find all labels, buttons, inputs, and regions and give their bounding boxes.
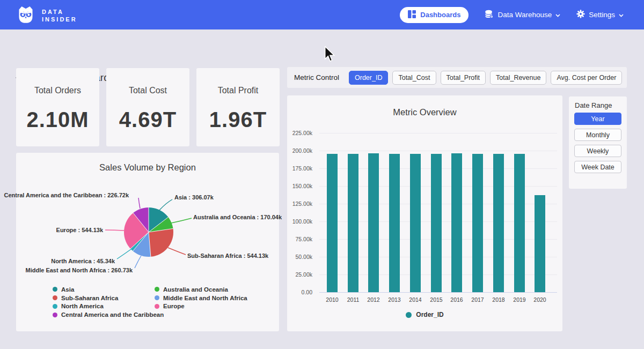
date-range-option-monthly[interactable]: Monthly: [574, 129, 621, 141]
sales-dashboard-page: DATA INSIDER Dashboards: [0, 0, 644, 349]
bar-2016[interactable]: [451, 153, 462, 292]
pie-label-europe: Europe : 544.13k: [56, 227, 103, 233]
pie-legend-item-asia[interactable]: Asia: [53, 285, 164, 294]
metric-option-total-revenue[interactable]: Total_Revenue: [490, 71, 546, 85]
kpi-label: Total Cost: [106, 86, 189, 95]
metric-control-label: Metric Control: [294, 73, 339, 81]
pie-chart[interactable]: [124, 207, 173, 257]
y-axis-tick: 225.00k: [287, 130, 312, 136]
bar-2018[interactable]: [493, 154, 504, 292]
bar-2012[interactable]: [368, 153, 379, 292]
nav-menu: Dashboards Data Warehouse: [400, 0, 624, 29]
metric-option-avg-cost-per-order[interactable]: Avg. Cost per Order: [551, 71, 622, 85]
y-axis-tick: 75.00k: [287, 236, 312, 242]
legend-dot: [53, 295, 57, 300]
metric-control-strip: Metric Control Order_IDTotal_CostTotal_P…: [287, 67, 627, 88]
bar-2014[interactable]: [410, 154, 421, 292]
metric-control-options: Order_IDTotal_CostTotal_ProfitTotal_Reve…: [349, 71, 622, 85]
x-axis-tick: 2011: [342, 296, 364, 303]
bar-2011[interactable]: [348, 154, 358, 292]
date-range-option-weekly[interactable]: Weekly: [574, 145, 621, 157]
x-axis-tick: 2016: [446, 296, 467, 303]
pie-legend-item-north-america[interactable]: North America: [53, 302, 164, 311]
legend-text: North America: [61, 303, 104, 309]
bar-chart-card: Metric Overview 225.00k200.00k175.00k150…: [287, 95, 562, 331]
kpi-label: Total Orders: [16, 86, 99, 95]
bar-2015[interactable]: [431, 154, 442, 292]
legend-text: Australia and Oceania: [163, 286, 228, 293]
metric-option-total-profit[interactable]: Total_Profit: [441, 71, 486, 85]
pie-legend-column-1: AsiaSub-Saharan AfricaNorth AmericaCentr…: [53, 285, 164, 319]
metric-option-order-id[interactable]: Order_ID: [349, 71, 388, 85]
kpi-card: Total Cost4.69T: [106, 68, 189, 146]
pie-label-sub-saharan-africa: Sub-Saharan Africa : 544.13k: [187, 253, 268, 259]
y-axis-tick: 100.00k: [287, 218, 312, 225]
x-axis-tick: 2019: [509, 296, 530, 303]
pie-label-middle-east-and-north-africa: Middle East and North Africa : 260.73k: [26, 267, 133, 273]
metric-option-total-cost[interactable]: Total_Cost: [392, 71, 436, 85]
pie-legend-item-sub-saharan-africa[interactable]: Sub-Saharan Africa: [53, 294, 164, 302]
settings-menu[interactable]: Settings: [576, 10, 624, 20]
legend-dot: [406, 312, 412, 318]
y-axis-tick: 125.00k: [287, 201, 312, 207]
date-range-option-week-date[interactable]: Week Date: [574, 161, 621, 173]
date-range-options: YearMonthlyWeeklyWeek Date: [574, 113, 621, 173]
chevron-down-icon: [555, 11, 560, 19]
database-icon: [485, 10, 494, 20]
y-axis-tick: 175.00k: [287, 165, 312, 172]
legend-text: Sub-Saharan Africa: [61, 295, 118, 301]
y-axis-tick: 50.00k: [287, 254, 312, 260]
kpi-value: 2.10M: [16, 108, 99, 132]
x-axis-tick: 2020: [529, 296, 551, 303]
data-warehouse-menu[interactable]: Data Warehouse: [485, 10, 560, 20]
date-range-option-year[interactable]: Year: [574, 113, 621, 125]
bar-2020[interactable]: [535, 195, 545, 293]
legend-text: Europe: [163, 303, 185, 309]
kpi-card: Total Orders2.10M: [16, 68, 99, 146]
x-axis-tick: 2010: [321, 296, 343, 303]
x-axis-tick: 2012: [363, 296, 384, 303]
gear-icon: [576, 10, 585, 20]
dashboards-grid-icon: [408, 10, 416, 20]
pie-chart-title: Sales Volume by Region: [16, 162, 279, 173]
dashboards-button[interactable]: Dashboards: [400, 7, 469, 23]
y-axis-tick: 25.00k: [287, 271, 312, 278]
bar-legend-order-id[interactable]: Order_ID: [406, 311, 443, 318]
x-axis-tick: 2018: [488, 296, 509, 303]
brand-name: DATA INSIDER: [42, 8, 77, 23]
legend-dot: [155, 295, 159, 300]
kpi-label: Total Profit: [196, 86, 280, 95]
bar-2013[interactable]: [389, 154, 400, 292]
x-axis-tick: 2017: [467, 296, 488, 303]
bar-2019[interactable]: [514, 154, 525, 292]
legend-dot: [53, 304, 57, 309]
bar-2010[interactable]: [327, 154, 338, 292]
legend-text: Asia: [61, 286, 74, 293]
pie-legend-item-central-america-and-the-caribbean[interactable]: Central America and the Caribbean: [53, 310, 164, 319]
top-navbar: DATA INSIDER Dashboards: [0, 0, 644, 29]
bar-chart-legend: Order_ID: [287, 311, 562, 318]
kpi-value: 1.96T: [196, 108, 280, 132]
pie-label-asia: Asia : 306.07k: [174, 194, 214, 201]
page-header: Sales Dashboard Add Filter Boost: Off: [0, 29, 644, 64]
date-range-label: Date Range: [575, 101, 612, 109]
kpi-value: 4.69T: [106, 108, 189, 132]
pie-legend-item-europe[interactable]: Europe: [155, 302, 247, 311]
pie-chart-card: Sales Volume by Region Asia : 306.07kAus…: [16, 153, 279, 331]
pie-legend-item-middle-east-and-north-africa[interactable]: Middle East and North Africa: [155, 294, 247, 302]
kpi-card: Total Profit1.96T: [196, 68, 280, 146]
legend-text: Central America and the Caribbean: [61, 311, 164, 318]
x-axis-tick: 2014: [405, 296, 426, 303]
pie-legend-item-australia-and-oceania[interactable]: Australia and Oceania: [155, 285, 247, 294]
legend-dot: [53, 313, 57, 317]
x-axis-tick: 2015: [426, 296, 447, 303]
gridline: [319, 151, 557, 151]
date-range-card: Date Range YearMonthlyWeeklyWeek Date: [569, 96, 627, 189]
brand-logo[interactable]: DATA INSIDER: [15, 4, 77, 27]
pie-label-australia-and-oceania: Australia and Oceania : 170.04k: [193, 214, 282, 220]
y-axis-tick: 150.00k: [287, 183, 312, 189]
bar-2017[interactable]: [472, 154, 483, 292]
pie-legend-column-2: Australia and OceaniaMiddle East and Nor…: [155, 285, 247, 310]
pie-label-north-america: North America : 45.34k: [51, 258, 115, 264]
pie-label-central-america-and-the-caribbean: Central America and the Caribbean : 226.…: [4, 192, 129, 198]
